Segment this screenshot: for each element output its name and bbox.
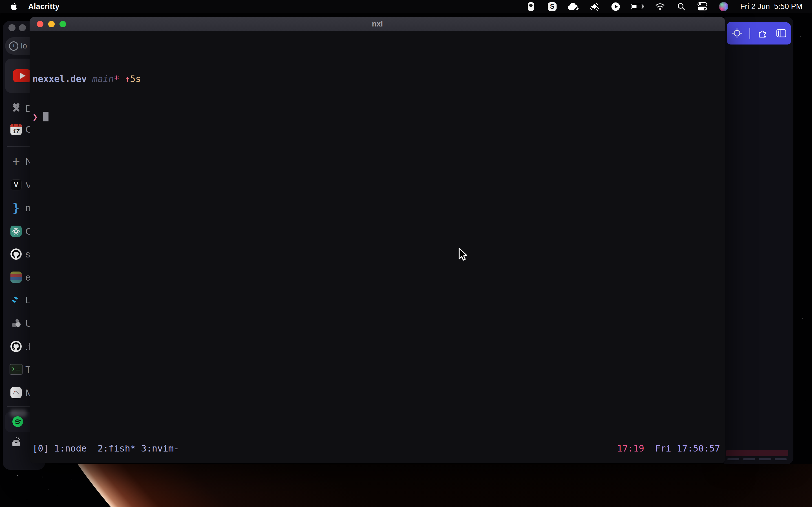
screenshot-icon xyxy=(10,363,22,376)
album-art xyxy=(10,409,27,417)
tools-icon xyxy=(10,102,22,115)
star xyxy=(800,36,801,37)
terminal-window[interactable]: nxl nexxel.devmain*↑5s ❯ [0] 1:node 2:fi… xyxy=(30,17,725,463)
prompt-symbol: ❯ xyxy=(33,112,38,122)
stats-app-icon[interactable]: S xyxy=(546,0,558,13)
address-text: lo xyxy=(21,41,27,50)
background-window-right[interactable] xyxy=(721,17,794,464)
prompt-line-1: nexxel.devmain*↑5s xyxy=(33,73,722,86)
battery-icon[interactable] xyxy=(630,0,645,13)
terminal-content[interactable]: nexxel.devmain*↑5s ❯ xyxy=(30,31,725,463)
youtube-icon xyxy=(13,69,31,82)
command-duration: 5s xyxy=(130,73,141,84)
brace-icon: } xyxy=(10,202,22,214)
sketch-icon xyxy=(10,386,22,399)
git-ahead-arrow: ↑ xyxy=(124,73,130,84)
mouse-cursor xyxy=(457,247,468,264)
window-title: nxl xyxy=(372,20,383,29)
circles-icon xyxy=(10,317,22,330)
apple-menu[interactable] xyxy=(10,0,18,13)
github-icon xyxy=(10,340,22,353)
desktop: i lo D 17 C xyxy=(0,0,812,507)
github-icon xyxy=(10,247,22,261)
blue-toolbar xyxy=(727,22,791,45)
record-pill-icon[interactable] xyxy=(525,0,537,13)
search-icon[interactable] xyxy=(675,0,688,13)
menu-bar: Alacritty S xyxy=(0,0,812,13)
toolbar-divider xyxy=(749,27,750,39)
extensions-puzzle-button[interactable] xyxy=(756,27,769,40)
tmux-status-bar: [0] 1:node 2:fish* 3:nvim- 17:19Fri 17:5… xyxy=(33,443,720,454)
star xyxy=(802,318,803,319)
inactive-traffic-light[interactable] xyxy=(19,24,26,31)
stripes-icon xyxy=(10,271,22,284)
box-icon xyxy=(10,436,22,449)
git-dirty-marker: * xyxy=(114,73,119,84)
star xyxy=(806,400,806,400)
menu-bar-clock[interactable]: Fri 2 Jun 5:50 PM xyxy=(740,2,802,11)
tmux-time: 17:19 xyxy=(617,443,644,454)
git-branch: main xyxy=(92,73,114,84)
play-icon[interactable] xyxy=(609,0,622,13)
inactive-traffic-light[interactable] xyxy=(8,24,15,31)
wifi-icon[interactable] xyxy=(654,0,666,13)
openai-icon xyxy=(10,225,22,238)
tmux-windows[interactable]: [0] 1:node 2:fish* 3:nvim- xyxy=(33,443,179,454)
minimize-button[interactable] xyxy=(48,21,55,27)
diamond-flash-icon[interactable] xyxy=(588,0,601,13)
info-icon: i xyxy=(9,41,18,51)
terminal-titlebar[interactable]: nxl xyxy=(30,17,725,31)
star xyxy=(807,175,808,175)
waves-icon xyxy=(10,293,22,306)
wallpaper-planet xyxy=(0,464,812,507)
spotify-icon xyxy=(12,416,23,427)
plus-icon: + xyxy=(10,155,22,168)
close-button[interactable] xyxy=(37,21,43,27)
cloud-icon[interactable] xyxy=(567,0,579,13)
siri-icon[interactable] xyxy=(717,0,730,13)
calendar-icon: 17 xyxy=(10,123,22,136)
tmux-right: 17:19Fri 17:50:57 xyxy=(617,443,720,454)
target-button[interactable] xyxy=(731,27,743,40)
v-badge-icon: V xyxy=(10,178,22,191)
prompt-line-2: ❯ xyxy=(33,111,722,123)
control-center-icon[interactable] xyxy=(696,0,709,13)
prompt-directory: nexxel.dev xyxy=(33,73,87,84)
terminal-cursor xyxy=(43,112,49,121)
fine-print-row xyxy=(727,458,786,462)
active-app-name[interactable]: Alacritty xyxy=(28,2,59,11)
zoom-button[interactable] xyxy=(59,21,66,27)
tmux-datetime: Fri 17:50:57 xyxy=(655,443,720,454)
status-strip xyxy=(726,450,788,456)
split-view-button[interactable] xyxy=(775,27,788,40)
